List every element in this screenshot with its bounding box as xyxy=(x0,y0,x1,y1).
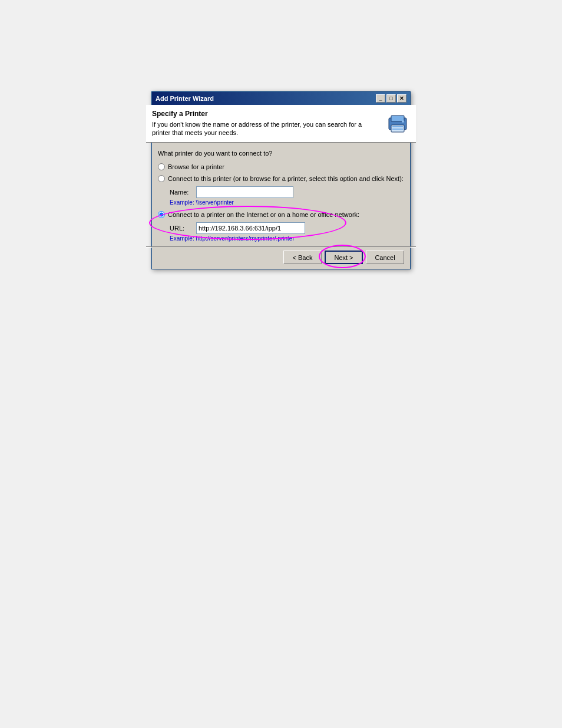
internet-label: Connect to a printer on the Internet or … xyxy=(168,210,359,219)
browse-radio[interactable] xyxy=(158,163,165,170)
minimize-button[interactable]: _ xyxy=(376,94,385,103)
example-url-text: Example: http://server/printers/myprinte… xyxy=(170,235,404,242)
title-bar: Add Printer Wizard _ □ ✕ xyxy=(152,92,410,105)
internet-option[interactable]: Connect to a printer on the Internet or … xyxy=(158,210,404,219)
header-text: Specify a Printer If you don't know the … xyxy=(152,110,381,137)
add-printer-wizard-dialog: Add Printer Wizard _ □ ✕ Specify a Print… xyxy=(151,91,411,269)
connect-option[interactable]: Connect to this printer (or to browse fo… xyxy=(158,174,404,183)
question-text: What printer do you want to connect to? xyxy=(158,150,404,157)
url-label: URL: xyxy=(170,225,196,232)
svg-rect-3 xyxy=(392,126,403,127)
browse-option[interactable]: Browse for a printer xyxy=(158,163,404,171)
wizard-body: What printer do you want to connect to? … xyxy=(152,143,410,247)
browse-label: Browse for a printer xyxy=(168,163,224,171)
maximize-button[interactable]: □ xyxy=(386,94,396,103)
name-row: Name: xyxy=(170,186,404,198)
button-row: < Back Next > Cancel xyxy=(152,247,410,269)
back-button[interactable]: < Back xyxy=(283,251,322,264)
svg-point-5 xyxy=(402,120,404,123)
internet-radio[interactable] xyxy=(158,211,165,218)
title-bar-buttons: _ □ ✕ xyxy=(376,94,406,103)
svg-rect-4 xyxy=(392,129,403,130)
connect-radio[interactable] xyxy=(158,175,165,182)
cancel-button[interactable]: Cancel xyxy=(366,251,404,264)
close-button[interactable]: ✕ xyxy=(397,94,406,103)
url-row: URL: xyxy=(170,222,404,234)
header-title: Specify a Printer xyxy=(152,110,381,118)
name-label: Name: xyxy=(170,189,196,196)
printer-icon xyxy=(385,110,410,134)
header-description: If you don't know the name or address of… xyxy=(152,120,381,137)
connect-label: Connect to this printer (or to browse fo… xyxy=(168,174,404,183)
url-input[interactable] xyxy=(196,222,305,234)
example-connect-text: Example: \\server\printer xyxy=(170,199,404,206)
internet-option-wrapper: Connect to a printer on the Internet or … xyxy=(158,210,404,234)
dialog-title: Add Printer Wizard xyxy=(156,95,214,102)
wizard-header: Specify a Printer If you don't know the … xyxy=(146,105,416,143)
name-input[interactable] xyxy=(196,186,293,198)
next-button[interactable]: Next > xyxy=(325,251,363,264)
